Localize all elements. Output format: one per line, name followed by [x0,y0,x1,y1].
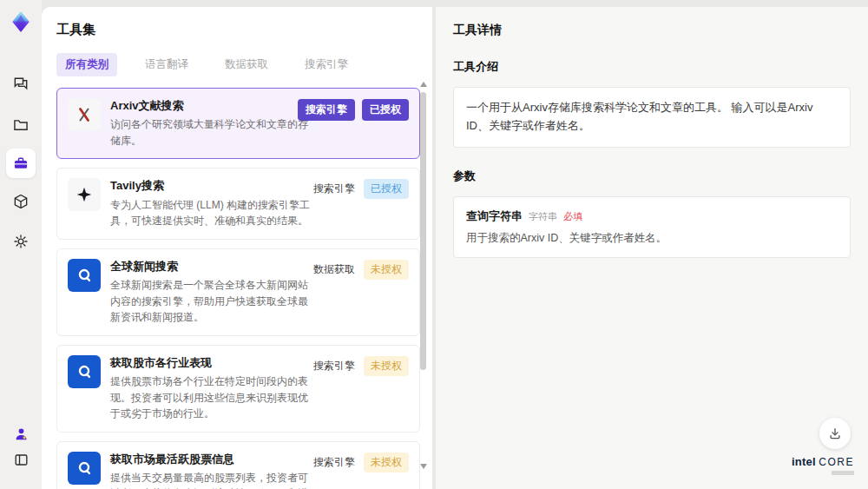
param-name: 查询字符串 [466,208,523,224]
tool-description: 提供当天交易量最高的股票列表，投资者可以利用这些信息来识别流动性强的股票和潜在的… [110,470,312,489]
auth-status-badge: 未授权 [364,260,409,280]
tool-card-most-active-stocks[interactable]: 获取市场最活跃股票信息 提供当天交易量最高的股票列表，投资者可以利用这些信息来识… [56,441,420,489]
tab-all-categories[interactable]: 所有类别 [56,53,117,76]
scrollbar-thumb[interactable] [420,92,426,370]
params-heading: 参数 [453,169,851,184]
brand-subtext-bar [832,471,854,475]
tool-description: 全球新闻搜索是一个聚合全球各大新闻网站内容的搜索引擎，帮助用户快速获取全球最新资… [110,277,312,326]
param-required-badge: 必填 [563,210,582,223]
package-icon[interactable] [6,187,36,216]
param-box: 查询字符串 字符串 必填 用于搜索的Arxiv ID、关键字或作者姓名。 [453,196,851,258]
category-tabs: 所有类别 语言翻译 数据获取 搜索引擎 [56,53,432,76]
tool-card-arxiv[interactable]: Arxiv文献搜索 访问各个研究领域大量科学论文和文章的存储库。 搜索引擎 已授… [56,88,420,159]
settings-gear-icon[interactable] [6,227,36,256]
auth-status-badge: 未授权 [364,356,409,376]
arxiv-x-icon [68,98,101,131]
intro-heading: 工具介绍 [453,59,851,75]
detail-title: 工具详情 [453,23,851,38]
user-avatar-icon[interactable] [6,419,36,448]
sidebar [0,0,42,489]
category-tag: 搜索引擎 [298,99,355,121]
tool-card-sector-performance[interactable]: 获取股市各行业表现 提供股票市场各个行业在特定时间段内的表现。投资者可以利用这些… [56,345,420,433]
panel-toggle-icon[interactable] [6,445,36,474]
tab-data-fetch[interactable]: 数据获取 [216,53,277,76]
tool-list-panel: 工具集 所有类别 语言翻译 数据获取 搜索引擎 Arxiv文献搜索 访问各个研究… [42,7,432,489]
download-icon [827,426,843,441]
tool-name: Arxiv文献搜索 [110,98,312,114]
auth-status-badge: 已授权 [362,99,409,121]
folder-icon[interactable] [6,109,36,139]
param-description: 用于搜索的Arxiv ID、关键字或作者姓名。 [466,231,838,246]
toolbox-icon-active[interactable] [6,149,36,178]
app-logo-icon [6,7,36,36]
tool-name: 获取市场最活跃股票信息 [110,452,312,467]
page-title: 工具集 [56,22,432,38]
intel-core-logo: intel CORE [792,456,854,475]
blue-q-icon [68,452,101,485]
tool-card-list: Arxiv文献搜索 访问各个研究领域大量科学论文和文章的存储库。 搜索引擎 已授… [56,88,420,489]
tool-description: 提供股票市场各个行业在特定时间段内的表现。投资者可以利用这些信息来识别表现优于或… [110,373,312,422]
tool-description: 访问各个研究领域大量科学论文和文章的存储库。 [110,116,312,149]
tool-card-tavily[interactable]: Tavily搜索 专为人工智能代理 (LLM) 构建的搜索引擎工具，可快速提供实… [56,168,420,239]
blue-q-icon [68,259,101,292]
tab-language-translation[interactable]: 语言翻译 [136,53,197,76]
tool-name: 全球新闻搜索 [110,259,312,274]
blue-q-icon [68,355,101,388]
param-type: 字符串 [529,210,557,223]
intro-box: 一个用于从Arxiv存储库搜索科学论文和文章的工具。 输入可以是Arxiv ID… [453,87,851,148]
tool-name: Tavily搜索 [110,178,312,194]
tool-card-global-news[interactable]: 全球新闻搜索 全球新闻搜索是一个聚合全球各大新闻网站内容的搜索引擎，帮助用户快速… [56,248,420,336]
download-button[interactable] [819,418,851,449]
tool-detail-panel: 工具详情 工具介绍 一个用于从Arxiv存储库搜索科学论文和文章的工具。 输入可… [436,7,868,489]
chat-icon[interactable] [6,69,36,98]
four-point-star-icon [68,178,101,211]
auth-status-badge: 未授权 [364,453,409,472]
tool-name: 获取股市各行业表现 [110,355,312,371]
auth-status-badge: 已授权 [364,179,409,199]
category-tag: 搜索引擎 [312,453,357,472]
category-tag: 搜索引擎 [312,179,357,199]
category-tag: 数据获取 [312,260,357,280]
category-tag: 搜索引擎 [312,356,357,376]
scrollbar-down-arrow-icon[interactable] [420,464,427,469]
tab-search-engine[interactable]: 搜索引擎 [296,53,357,76]
intro-text: 一个用于从Arxiv存储库搜索科学论文和文章的工具。 输入可以是Arxiv ID… [466,99,838,135]
tool-description: 专为人工智能代理 (LLM) 构建的搜索引擎工具，可快速提供实时、准确和真实的结… [110,197,312,229]
scrollbar-up-arrow-icon[interactable] [420,82,427,87]
